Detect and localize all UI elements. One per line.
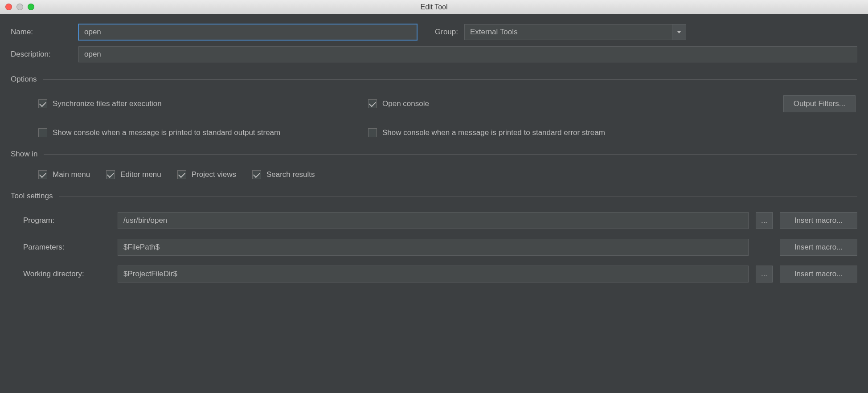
workdir-insert-macro-button[interactable]: Insert macro...	[780, 266, 857, 282]
workdir-browse-button[interactable]: ...	[756, 266, 773, 282]
program-label: Program:	[23, 216, 111, 225]
editor-menu-label: Editor menu	[120, 170, 161, 179]
chevron-down-icon	[677, 31, 681, 33]
tool-settings-section-title: Tool settings	[11, 192, 53, 201]
search-results-checkbox[interactable]	[252, 170, 261, 179]
show-stderr-label: Show console when a message is printed t…	[382, 128, 605, 137]
section-divider	[44, 154, 857, 155]
group-value[interactable]: External Tools	[464, 24, 672, 40]
parameters-insert-macro-button[interactable]: Insert macro...	[780, 239, 857, 256]
program-browse-button[interactable]: ...	[756, 212, 773, 229]
editor-menu-checkbox[interactable]	[106, 170, 115, 179]
main-menu-checkbox[interactable]	[38, 170, 47, 179]
show-stdout-label: Show console when a message is printed t…	[53, 128, 280, 137]
section-divider	[59, 196, 858, 196]
sync-files-checkbox[interactable]	[38, 99, 47, 108]
show-in-section-title: Show in	[11, 150, 37, 159]
group-label: Group:	[435, 28, 458, 37]
description-label: Description:	[11, 50, 72, 59]
output-filters-button[interactable]: Output Filters...	[783, 95, 856, 112]
project-views-checkbox[interactable]	[177, 170, 186, 179]
program-input[interactable]	[118, 212, 749, 229]
show-stderr-checkbox[interactable]	[368, 128, 377, 137]
show-stdout-checkbox[interactable]	[38, 128, 47, 137]
project-views-label: Project views	[192, 170, 236, 179]
titlebar: Edit Tool	[0, 0, 868, 14]
section-divider	[43, 79, 857, 80]
window-title: Edit Tool	[0, 3, 868, 11]
name-input[interactable]	[78, 24, 417, 40]
parameters-label: Parameters:	[23, 243, 111, 252]
group-combobox[interactable]: External Tools	[464, 24, 686, 40]
program-insert-macro-button[interactable]: Insert macro...	[780, 212, 857, 229]
workdir-input[interactable]	[118, 266, 749, 282]
options-section-title: Options	[11, 75, 37, 84]
description-input[interactable]	[78, 46, 857, 62]
open-console-label: Open console	[382, 99, 429, 108]
group-dropdown-button[interactable]	[672, 24, 686, 40]
name-label: Name:	[11, 28, 72, 37]
search-results-label: Search results	[266, 170, 315, 179]
parameters-input[interactable]	[118, 239, 749, 256]
workdir-label: Working directory:	[23, 270, 111, 278]
sync-files-label: Synchronize files after execution	[53, 99, 162, 108]
main-menu-label: Main menu	[53, 170, 90, 179]
open-console-checkbox[interactable]	[368, 99, 377, 108]
